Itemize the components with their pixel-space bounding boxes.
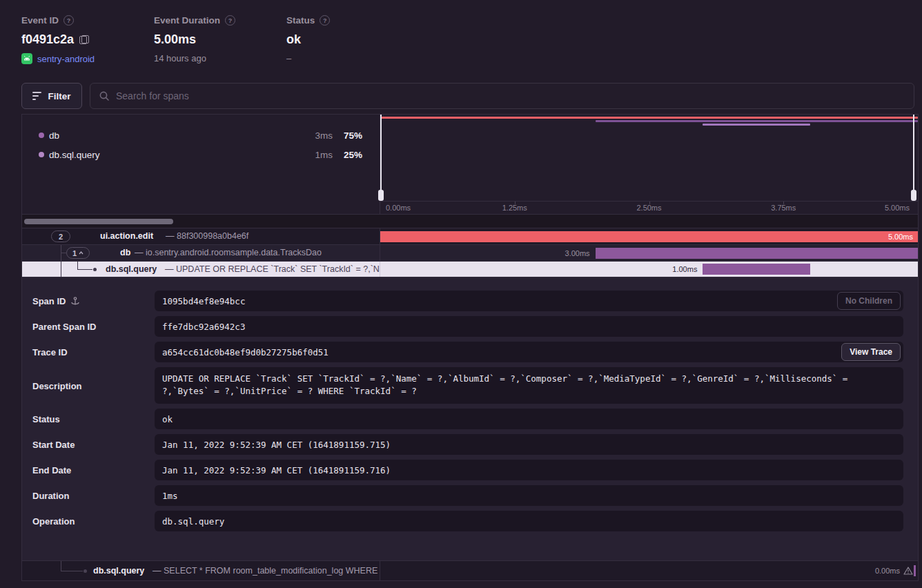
trace-minimap[interactable] bbox=[380, 115, 918, 201]
operation-value: db.sql.query bbox=[162, 516, 224, 527]
time-axis: 0.00ms 1.25ms 2.50ms 3.75ms 5.00ms bbox=[380, 201, 918, 214]
no-children-badge: No Children bbox=[837, 292, 901, 310]
tree-connector bbox=[61, 561, 61, 571]
axis-label: 0.00ms bbox=[386, 204, 411, 212]
search-icon bbox=[99, 90, 110, 101]
breakdown-row-db[interactable]: db 3ms 75% bbox=[22, 128, 380, 142]
filter-button-label: Filter bbox=[48, 91, 70, 101]
status-sub: – bbox=[286, 53, 291, 63]
project-link[interactable]: sentry-android bbox=[37, 54, 95, 64]
viewport-handle-left[interactable] bbox=[380, 115, 382, 201]
detail-row-parent-span-id: Parent Span ID ffe7dbc92a6942c3 bbox=[22, 316, 918, 337]
minimap-span-line bbox=[596, 120, 918, 122]
event-id-label: Event ID bbox=[21, 15, 59, 26]
tree-bullet bbox=[84, 569, 87, 573]
collapse-toggle-pill[interactable]: 1 bbox=[66, 247, 90, 259]
children-count-pill[interactable]: 2 bbox=[51, 231, 70, 242]
warning-icon bbox=[903, 567, 913, 576]
span-bar[interactable] bbox=[596, 248, 918, 259]
filter-icon bbox=[32, 92, 41, 100]
op-color-dot bbox=[39, 152, 44, 157]
view-trace-button[interactable]: View Trace bbox=[841, 343, 901, 361]
detail-label: Span ID bbox=[32, 296, 66, 306]
span-bar[interactable] bbox=[380, 231, 918, 242]
tree-connector bbox=[77, 269, 92, 270]
tree-connector bbox=[61, 571, 83, 571]
span-sep: — bbox=[166, 231, 175, 241]
detail-row-description: Description UPDATE OR REPLACE `Track` SE… bbox=[22, 367, 918, 404]
span-duration: 5.00ms bbox=[888, 233, 913, 241]
axis-label: 2.50ms bbox=[636, 204, 661, 212]
span-duration: 3.00ms bbox=[565, 249, 590, 257]
event-duration-label: Event Duration bbox=[154, 15, 220, 26]
span-desc: 88f300998a0b4e6f bbox=[177, 231, 248, 241]
op-percent: 25% bbox=[337, 150, 362, 160]
span-row-ui-action-edit[interactable]: 2 ui.action.edit — 88f300998a0b4e6f 5.00… bbox=[22, 228, 918, 244]
children-count: 2 bbox=[59, 233, 63, 241]
status-detail-value: ok bbox=[162, 414, 173, 424]
minimap-span-line bbox=[703, 124, 810, 126]
start-date-value: Jan 11, 2022 9:52:39 AM CET (1641891159.… bbox=[162, 440, 391, 450]
span-desc: io.sentry.android.roomsample.data.Tracks… bbox=[146, 248, 322, 257]
span-op: db bbox=[120, 248, 130, 257]
breakdown-row-db-sql-query[interactable]: db.sql.query 1ms 25% bbox=[22, 148, 380, 161]
detail-label: Duration bbox=[32, 491, 69, 501]
detail-label: Description bbox=[32, 380, 82, 391]
anchor-icon[interactable] bbox=[70, 296, 80, 306]
op-color-dot bbox=[39, 133, 44, 138]
minimap-span-line bbox=[380, 117, 918, 119]
tree-connector bbox=[61, 262, 61, 277]
help-icon[interactable]: ? bbox=[225, 15, 235, 26]
event-time-ago: 14 hours ago bbox=[154, 53, 206, 63]
status-field: Status ? ok – bbox=[286, 15, 330, 63]
scrollbar-thumb[interactable] bbox=[24, 219, 173, 224]
filter-button[interactable]: Filter bbox=[21, 83, 82, 109]
viewport-handle-right[interactable] bbox=[913, 115, 914, 201]
op-duration: 3ms bbox=[315, 130, 333, 141]
duration-value: 1ms bbox=[162, 491, 178, 501]
span-desc: SELECT * FROM room_table_modification_lo… bbox=[164, 566, 380, 576]
span-duration: 1.00ms bbox=[672, 265, 697, 273]
scrollbar-track[interactable] bbox=[22, 214, 918, 228]
span-detail-panel: Span ID 1095bd4ef8e94bcc No Children Par… bbox=[22, 277, 918, 560]
detail-row-operation: Operation db.sql.query bbox=[22, 511, 918, 531]
help-icon[interactable]: ? bbox=[320, 15, 330, 26]
detail-label: End Date bbox=[32, 465, 71, 476]
detail-label: Start Date bbox=[32, 440, 75, 450]
span-search-bar bbox=[90, 83, 914, 109]
span-row-db-sql-query-selected[interactable]: db.sql.query — UPDATE OR REPLACE `Track`… bbox=[22, 261, 918, 277]
end-date-value: Jan 11, 2022 9:52:39 AM CET (1641891159.… bbox=[162, 465, 391, 476]
axis-label: 3.75ms bbox=[771, 204, 796, 212]
span-id-value: 1095bd4ef8e94bcc bbox=[162, 296, 245, 306]
detail-row-duration: Duration 1ms bbox=[22, 485, 918, 506]
span-bar[interactable] bbox=[914, 565, 916, 576]
tree-bullet bbox=[93, 268, 97, 271]
op-name: db.sql.query bbox=[49, 150, 100, 160]
span-row-db[interactable]: 1 db — io.sentry.android.roomsample.data… bbox=[22, 244, 918, 261]
copy-icon[interactable] bbox=[79, 35, 87, 44]
event-duration-field: Event Duration ? 5.00ms 14 hours ago bbox=[154, 15, 235, 63]
span-op: db.sql.query bbox=[106, 264, 157, 274]
detail-row-end-date: End Date Jan 11, 2022 9:52:39 AM CET (16… bbox=[22, 460, 918, 480]
span-row-db-sql-query-sibling[interactable]: db.sql.query — SELECT * FROM room_table_… bbox=[22, 560, 918, 580]
android-project-icon bbox=[21, 53, 32, 64]
tree-connector bbox=[61, 253, 66, 253]
span-sep: — bbox=[135, 248, 144, 257]
help-icon[interactable]: ? bbox=[63, 15, 74, 26]
span-bar[interactable] bbox=[703, 264, 810, 275]
axis-label: 5.00ms bbox=[885, 204, 910, 212]
children-count: 1 bbox=[72, 249, 77, 257]
search-input[interactable] bbox=[116, 90, 905, 101]
detail-label: Operation bbox=[32, 516, 75, 527]
parent-span-id-value: ffe7dbc92a6942c3 bbox=[162, 322, 245, 332]
span-sep: — bbox=[153, 566, 161, 576]
axis-label: 1.25ms bbox=[502, 204, 527, 212]
trace-id-value: a654cc61dc0b48ef9d0b27275b6f0d51 bbox=[162, 347, 328, 357]
op-percent: 75% bbox=[337, 130, 362, 141]
trace-waterfall-panel: db 3ms 75% db.sql.query 1ms 25% 0.00ms 1… bbox=[21, 114, 919, 581]
event-duration-value: 5.00ms bbox=[154, 32, 196, 47]
description-value: UPDATE OR REPLACE `Track` SET `TrackId` … bbox=[162, 373, 896, 398]
detail-row-span-id: Span ID 1095bd4ef8e94bcc No Children bbox=[22, 291, 918, 311]
chevron-up-icon bbox=[79, 251, 84, 255]
detail-row-trace-id: Trace ID a654cc61dc0b48ef9d0b27275b6f0d5… bbox=[22, 342, 918, 362]
